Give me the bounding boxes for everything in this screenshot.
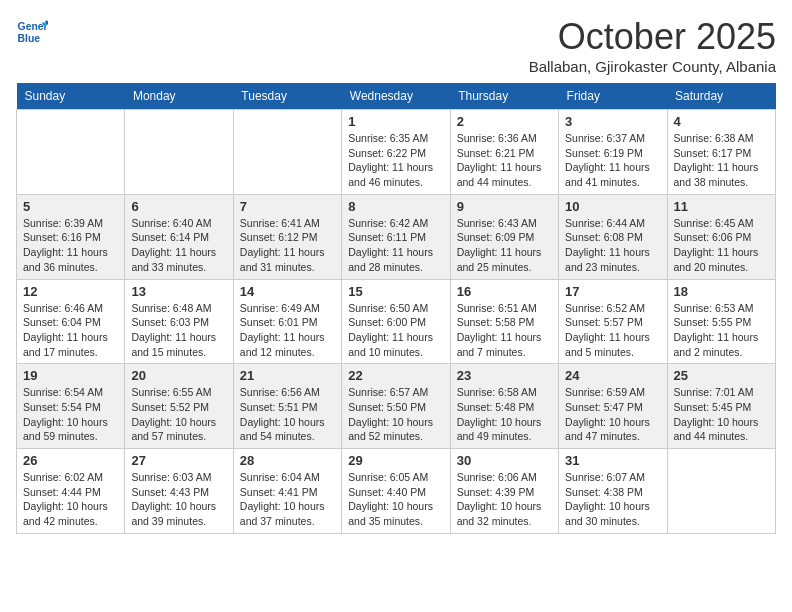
day-info: Sunrise: 6:58 AMSunset: 5:48 PMDaylight:…	[457, 385, 552, 444]
day-info: Sunrise: 6:50 AMSunset: 6:00 PMDaylight:…	[348, 301, 443, 360]
day-number: 20	[131, 368, 226, 383]
calendar-cell	[667, 449, 775, 534]
month-title: October 2025	[529, 16, 776, 58]
day-info: Sunrise: 6:59 AMSunset: 5:47 PMDaylight:…	[565, 385, 660, 444]
logo: General Blue	[16, 16, 48, 48]
day-info: Sunrise: 6:38 AMSunset: 6:17 PMDaylight:…	[674, 131, 769, 190]
day-number: 5	[23, 199, 118, 214]
day-number: 7	[240, 199, 335, 214]
calendar-cell: 15Sunrise: 6:50 AMSunset: 6:00 PMDayligh…	[342, 279, 450, 364]
day-info: Sunrise: 6:04 AMSunset: 4:41 PMDaylight:…	[240, 470, 335, 529]
day-info: Sunrise: 6:45 AMSunset: 6:06 PMDaylight:…	[674, 216, 769, 275]
calendar-cell	[233, 110, 341, 195]
calendar-week-row: 19Sunrise: 6:54 AMSunset: 5:54 PMDayligh…	[17, 364, 776, 449]
day-number: 8	[348, 199, 443, 214]
day-info: Sunrise: 6:48 AMSunset: 6:03 PMDaylight:…	[131, 301, 226, 360]
calendar-cell: 27Sunrise: 6:03 AMSunset: 4:43 PMDayligh…	[125, 449, 233, 534]
location-subtitle: Ballaban, Gjirokaster County, Albania	[529, 58, 776, 75]
calendar-week-row: 26Sunrise: 6:02 AMSunset: 4:44 PMDayligh…	[17, 449, 776, 534]
calendar-cell: 28Sunrise: 6:04 AMSunset: 4:41 PMDayligh…	[233, 449, 341, 534]
calendar-cell: 20Sunrise: 6:55 AMSunset: 5:52 PMDayligh…	[125, 364, 233, 449]
calendar-cell: 7Sunrise: 6:41 AMSunset: 6:12 PMDaylight…	[233, 194, 341, 279]
calendar-cell: 25Sunrise: 7:01 AMSunset: 5:45 PMDayligh…	[667, 364, 775, 449]
day-number: 29	[348, 453, 443, 468]
calendar-cell: 13Sunrise: 6:48 AMSunset: 6:03 PMDayligh…	[125, 279, 233, 364]
day-number: 18	[674, 284, 769, 299]
calendar-cell: 16Sunrise: 6:51 AMSunset: 5:58 PMDayligh…	[450, 279, 558, 364]
day-info: Sunrise: 6:42 AMSunset: 6:11 PMDaylight:…	[348, 216, 443, 275]
calendar-cell: 3Sunrise: 6:37 AMSunset: 6:19 PMDaylight…	[559, 110, 667, 195]
day-number: 12	[23, 284, 118, 299]
day-number: 23	[457, 368, 552, 383]
weekday-header-monday: Monday	[125, 83, 233, 110]
day-info: Sunrise: 6:41 AMSunset: 6:12 PMDaylight:…	[240, 216, 335, 275]
day-number: 28	[240, 453, 335, 468]
day-number: 6	[131, 199, 226, 214]
day-info: Sunrise: 6:56 AMSunset: 5:51 PMDaylight:…	[240, 385, 335, 444]
day-number: 22	[348, 368, 443, 383]
day-info: Sunrise: 6:02 AMSunset: 4:44 PMDaylight:…	[23, 470, 118, 529]
day-info: Sunrise: 6:05 AMSunset: 4:40 PMDaylight:…	[348, 470, 443, 529]
calendar-cell: 24Sunrise: 6:59 AMSunset: 5:47 PMDayligh…	[559, 364, 667, 449]
day-number: 26	[23, 453, 118, 468]
calendar-cell: 8Sunrise: 6:42 AMSunset: 6:11 PMDaylight…	[342, 194, 450, 279]
day-number: 1	[348, 114, 443, 129]
weekday-header-friday: Friday	[559, 83, 667, 110]
calendar-cell: 9Sunrise: 6:43 AMSunset: 6:09 PMDaylight…	[450, 194, 558, 279]
day-info: Sunrise: 6:35 AMSunset: 6:22 PMDaylight:…	[348, 131, 443, 190]
calendar-week-row: 12Sunrise: 6:46 AMSunset: 6:04 PMDayligh…	[17, 279, 776, 364]
day-info: Sunrise: 6:39 AMSunset: 6:16 PMDaylight:…	[23, 216, 118, 275]
day-number: 21	[240, 368, 335, 383]
calendar-cell: 12Sunrise: 6:46 AMSunset: 6:04 PMDayligh…	[17, 279, 125, 364]
calendar-cell: 31Sunrise: 6:07 AMSunset: 4:38 PMDayligh…	[559, 449, 667, 534]
calendar-cell: 29Sunrise: 6:05 AMSunset: 4:40 PMDayligh…	[342, 449, 450, 534]
day-info: Sunrise: 6:55 AMSunset: 5:52 PMDaylight:…	[131, 385, 226, 444]
day-number: 3	[565, 114, 660, 129]
day-info: Sunrise: 6:37 AMSunset: 6:19 PMDaylight:…	[565, 131, 660, 190]
day-number: 30	[457, 453, 552, 468]
day-info: Sunrise: 6:03 AMSunset: 4:43 PMDaylight:…	[131, 470, 226, 529]
day-info: Sunrise: 6:52 AMSunset: 5:57 PMDaylight:…	[565, 301, 660, 360]
day-info: Sunrise: 6:06 AMSunset: 4:39 PMDaylight:…	[457, 470, 552, 529]
day-info: Sunrise: 6:51 AMSunset: 5:58 PMDaylight:…	[457, 301, 552, 360]
day-info: Sunrise: 6:40 AMSunset: 6:14 PMDaylight:…	[131, 216, 226, 275]
day-number: 13	[131, 284, 226, 299]
weekday-header-saturday: Saturday	[667, 83, 775, 110]
calendar-table: SundayMondayTuesdayWednesdayThursdayFrid…	[16, 83, 776, 534]
day-number: 2	[457, 114, 552, 129]
day-number: 31	[565, 453, 660, 468]
svg-text:Blue: Blue	[18, 33, 41, 44]
calendar-cell: 5Sunrise: 6:39 AMSunset: 6:16 PMDaylight…	[17, 194, 125, 279]
weekday-header-wednesday: Wednesday	[342, 83, 450, 110]
calendar-cell: 30Sunrise: 6:06 AMSunset: 4:39 PMDayligh…	[450, 449, 558, 534]
day-number: 24	[565, 368, 660, 383]
calendar-cell: 2Sunrise: 6:36 AMSunset: 6:21 PMDaylight…	[450, 110, 558, 195]
day-number: 17	[565, 284, 660, 299]
day-info: Sunrise: 6:07 AMSunset: 4:38 PMDaylight:…	[565, 470, 660, 529]
weekday-header-tuesday: Tuesday	[233, 83, 341, 110]
day-info: Sunrise: 6:36 AMSunset: 6:21 PMDaylight:…	[457, 131, 552, 190]
day-number: 19	[23, 368, 118, 383]
calendar-cell: 1Sunrise: 6:35 AMSunset: 6:22 PMDaylight…	[342, 110, 450, 195]
day-info: Sunrise: 6:54 AMSunset: 5:54 PMDaylight:…	[23, 385, 118, 444]
calendar-cell: 18Sunrise: 6:53 AMSunset: 5:55 PMDayligh…	[667, 279, 775, 364]
calendar-cell: 6Sunrise: 6:40 AMSunset: 6:14 PMDaylight…	[125, 194, 233, 279]
day-number: 4	[674, 114, 769, 129]
day-info: Sunrise: 7:01 AMSunset: 5:45 PMDaylight:…	[674, 385, 769, 444]
calendar-cell	[17, 110, 125, 195]
calendar-cell: 4Sunrise: 6:38 AMSunset: 6:17 PMDaylight…	[667, 110, 775, 195]
day-number: 27	[131, 453, 226, 468]
logo-icon: General Blue	[16, 16, 48, 48]
day-number: 9	[457, 199, 552, 214]
calendar-cell: 14Sunrise: 6:49 AMSunset: 6:01 PMDayligh…	[233, 279, 341, 364]
calendar-cell: 10Sunrise: 6:44 AMSunset: 6:08 PMDayligh…	[559, 194, 667, 279]
day-info: Sunrise: 6:49 AMSunset: 6:01 PMDaylight:…	[240, 301, 335, 360]
calendar-cell: 17Sunrise: 6:52 AMSunset: 5:57 PMDayligh…	[559, 279, 667, 364]
calendar-cell: 23Sunrise: 6:58 AMSunset: 5:48 PMDayligh…	[450, 364, 558, 449]
calendar-week-row: 1Sunrise: 6:35 AMSunset: 6:22 PMDaylight…	[17, 110, 776, 195]
calendar-cell	[125, 110, 233, 195]
day-info: Sunrise: 6:57 AMSunset: 5:50 PMDaylight:…	[348, 385, 443, 444]
day-number: 15	[348, 284, 443, 299]
weekday-header-thursday: Thursday	[450, 83, 558, 110]
day-info: Sunrise: 6:44 AMSunset: 6:08 PMDaylight:…	[565, 216, 660, 275]
